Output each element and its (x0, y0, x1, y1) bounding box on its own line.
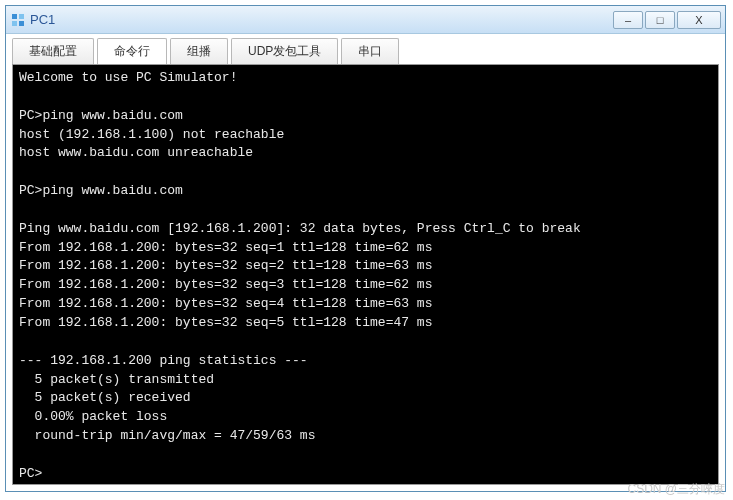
tab-multicast[interactable]: 组播 (170, 38, 228, 64)
watermark: CSDN @三分唻度 (627, 481, 725, 498)
tab-label: 命令行 (114, 43, 150, 60)
titlebar: PC1 – □ X (6, 6, 725, 34)
svg-rect-3 (19, 21, 24, 26)
maximize-button[interactable]: □ (645, 11, 675, 29)
minimize-icon: – (625, 14, 631, 26)
window: PC1 – □ X 基础配置 命令行 组播 UDP发包工具 串口 Welcome… (5, 5, 726, 492)
tab-serial[interactable]: 串口 (341, 38, 399, 64)
window-controls: – □ X (613, 11, 721, 29)
window-title: PC1 (30, 12, 613, 27)
tab-basic-config[interactable]: 基础配置 (12, 38, 94, 64)
tab-command-line[interactable]: 命令行 (97, 38, 167, 64)
close-button[interactable]: X (677, 11, 721, 29)
svg-rect-1 (19, 14, 24, 19)
maximize-icon: □ (657, 14, 664, 26)
tabs: 基础配置 命令行 组播 UDP发包工具 串口 (6, 34, 725, 64)
tab-label: 串口 (358, 43, 382, 60)
svg-rect-0 (12, 14, 17, 19)
minimize-button[interactable]: – (613, 11, 643, 29)
tab-udp-tool[interactable]: UDP发包工具 (231, 38, 338, 64)
svg-rect-2 (12, 21, 17, 26)
terminal-output[interactable]: Welcome to use PC Simulator! PC>ping www… (12, 64, 719, 485)
tab-label: 基础配置 (29, 43, 77, 60)
tab-label: UDP发包工具 (248, 43, 321, 60)
close-icon: X (695, 14, 702, 26)
app-icon (10, 12, 26, 28)
tab-label: 组播 (187, 43, 211, 60)
